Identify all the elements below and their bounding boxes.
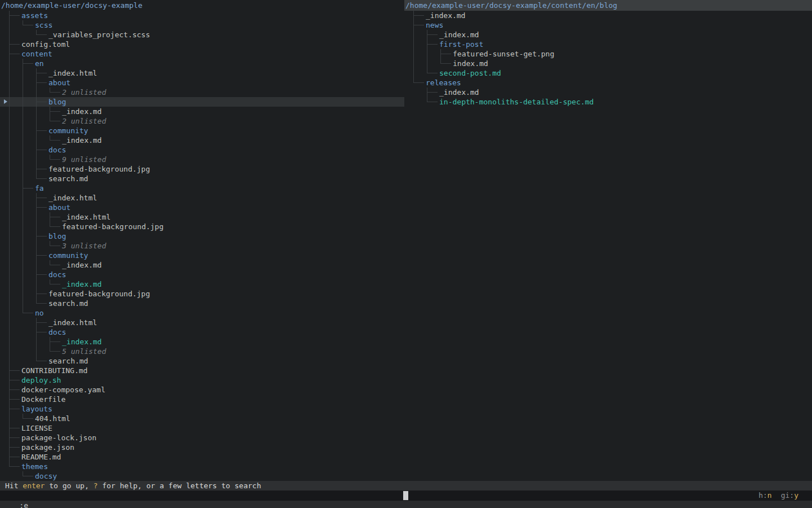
tree-row[interactable]: _index.html (0, 193, 404, 203)
tree-row[interactable]: _index.md (0, 107, 404, 116)
tree-row[interactable]: _index.md (404, 87, 812, 97)
tree-row[interactable]: docs (0, 270, 404, 279)
file-label: index.md (453, 59, 488, 68)
tree-row[interactable]: 404.html (0, 414, 404, 423)
tree-row[interactable]: blog (0, 231, 404, 241)
tree-branch (8, 443, 21, 452)
tree-row[interactable]: CONTRIBUTING.md (0, 366, 404, 375)
tree-branch (21, 222, 35, 231)
tree-row[interactable]: _index.md (0, 135, 404, 145)
tree-row[interactable]: _index.html (0, 318, 404, 327)
tree-branch (8, 404, 21, 414)
tree-row[interactable]: layouts (0, 404, 404, 414)
tree-branch (8, 126, 21, 135)
tree-row[interactable]: no (0, 308, 404, 318)
panel-right-path[interactable]: /home/example-user/docsy-example/content… (404, 0, 812, 11)
tree-row[interactable]: _index.md (404, 30, 812, 40)
tree-row[interactable]: _index.md (0, 279, 404, 289)
tree-row[interactable]: featured-background.jpg (0, 164, 404, 174)
tree-row[interactable]: featured-background.jpg (0, 289, 404, 299)
tree-row[interactable]: in-depth-monoliths-detailed-spec.md (404, 97, 812, 107)
tree-branch (8, 433, 21, 443)
file-label: featured-background.jpg (62, 222, 164, 231)
tree-row[interactable]: 2 unlisted (0, 87, 404, 97)
tree-row[interactable]: first-post (404, 40, 812, 49)
tree-branch (21, 289, 35, 299)
tree-row[interactable]: fa (0, 183, 404, 193)
tree-row[interactable]: 9 unlisted (0, 155, 404, 164)
status-bar: Hit enter to go up, ? for help, or a few… (0, 481, 812, 491)
tree-row[interactable]: community (0, 126, 404, 135)
tree-row[interactable]: package-lock.json (0, 433, 404, 443)
directory-label: about (48, 203, 70, 212)
flag-label: h: (758, 491, 767, 500)
directory-label: community (48, 126, 88, 135)
tree-row[interactable]: content (0, 49, 404, 59)
command-input[interactable]: :e (17, 501, 28, 508)
tree-row[interactable]: featured-background.jpg (0, 222, 404, 231)
file-label: featured-background.jpg (48, 289, 150, 299)
tree-branch (35, 174, 48, 183)
tree-row[interactable]: featured-sunset-get.png (404, 49, 812, 59)
tree-branch (412, 49, 426, 59)
tree-row[interactable]: _index.md (0, 260, 404, 270)
tree-row[interactable]: about (0, 203, 404, 212)
tree-row[interactable]: config.toml (0, 40, 404, 49)
tree-row[interactable]: community (0, 251, 404, 260)
tree-row[interactable]: _variables_project.scss (0, 30, 404, 40)
tree-branch (412, 11, 426, 20)
tree-row[interactable]: Dockerfile (0, 395, 404, 404)
tree-row[interactable]: news (404, 20, 812, 30)
file-label: featured-background.jpg (48, 164, 150, 174)
file-label: _index.html (48, 193, 97, 203)
tree-row[interactable]: _index.md (404, 11, 812, 20)
file-label: docker-compose.yaml (21, 385, 105, 395)
tree-branch (8, 279, 21, 289)
tree-branch (8, 193, 21, 203)
tree-branch (8, 318, 21, 327)
tree-row[interactable]: deploy.sh (0, 375, 404, 385)
tree-branch (35, 231, 48, 241)
tree-row[interactable]: assets (0, 11, 404, 20)
tree-row[interactable]: releases (404, 78, 812, 87)
tree-branch (8, 462, 21, 471)
tree-row[interactable]: search.md (0, 299, 404, 308)
tree-row[interactable]: docker-compose.yaml (0, 385, 404, 395)
panel-right: /home/example-user/docsy-example/content… (404, 0, 812, 481)
tree-row[interactable]: README.md (0, 452, 404, 462)
tree-row[interactable]: search.md (0, 356, 404, 366)
tree-row[interactable]: docs (0, 327, 404, 337)
tree-row[interactable]: _index.html (0, 68, 404, 78)
tree-row[interactable]: 3 unlisted (0, 241, 404, 251)
tree-branch (35, 337, 48, 347)
tree-row[interactable]: scss (0, 20, 404, 30)
tree-branch (8, 20, 21, 30)
tree-branch (8, 289, 21, 299)
tree-row[interactable]: about (0, 78, 404, 87)
tree-row[interactable]: en (0, 59, 404, 68)
tree-row[interactable]: package.json (0, 443, 404, 452)
tree-row[interactable]: 2 unlisted (0, 116, 404, 126)
tree-branch (8, 116, 21, 126)
tree-branch (412, 30, 426, 40)
tree-branch (21, 155, 35, 164)
tree-row[interactable]: _index.html (0, 212, 404, 222)
tree-branch (8, 135, 21, 145)
tree-branch (21, 212, 35, 222)
panel-left-path[interactable]: /home/example-user/docsy-example (0, 0, 404, 11)
tree-row[interactable]: second-post.md (404, 68, 812, 78)
tree-row[interactable]: docsy (0, 471, 404, 481)
tree-row-selected[interactable]: blog (0, 97, 404, 107)
tree-row[interactable]: docs (0, 145, 404, 155)
file-label: _index.html (62, 212, 111, 222)
tree-row[interactable]: 5 unlisted (0, 347, 404, 356)
file-label: _variables_project.scss (48, 30, 150, 40)
tree-row[interactable]: themes (0, 462, 404, 471)
tree-branch (35, 203, 48, 212)
tree-row[interactable]: LICENSE (0, 423, 404, 433)
tree-row[interactable]: index.md (404, 59, 812, 68)
tree-branch (8, 164, 21, 174)
tree-row[interactable]: search.md (0, 174, 404, 183)
tree-row[interactable]: _index.md (0, 337, 404, 347)
tree-branch (35, 270, 48, 279)
